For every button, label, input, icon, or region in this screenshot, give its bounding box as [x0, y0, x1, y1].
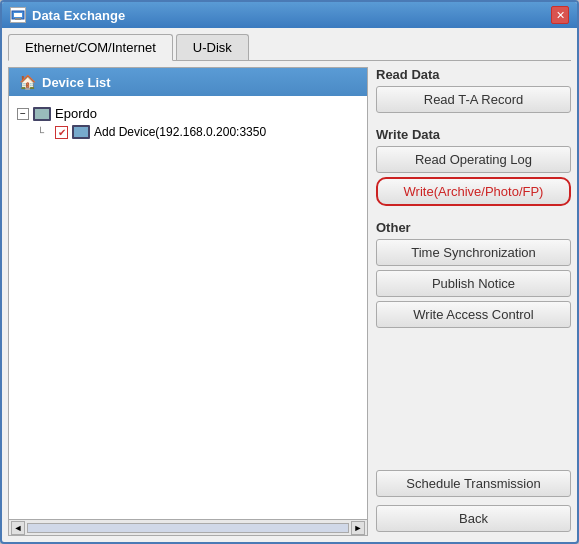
read-ta-record-button[interactable]: Read T-A Record	[376, 86, 571, 113]
child-label: Add Device(192.168.0.200:3350	[94, 125, 266, 139]
tree-connector-icon: └	[37, 125, 51, 139]
device-list-header: 🏠 Device List	[9, 68, 367, 96]
read-operating-log-button[interactable]: Read Operating Log	[376, 146, 571, 173]
monitor-icon	[33, 107, 51, 121]
tree-child-item: └ ✔ Add Device(192.168.0.200:3350	[37, 123, 359, 141]
right-panel: Read Data Read T-A Record Write Data Rea…	[376, 67, 571, 536]
write-data-section: Write Data Read Operating Log Write(Arch…	[376, 127, 571, 210]
read-data-section: Read Data Read T-A Record	[376, 67, 571, 117]
root-label: Epordo	[55, 106, 97, 121]
content-area: Ethernet/COM/Internet U-Disk 🏠 Device Li…	[2, 28, 577, 542]
svg-rect-1	[14, 13, 22, 17]
house-icon: 🏠	[19, 74, 36, 90]
tab-udisk[interactable]: U-Disk	[176, 34, 249, 60]
tab-ethernet[interactable]: Ethernet/COM/Internet	[8, 34, 173, 61]
write-access-control-button[interactable]: Write Access Control	[376, 301, 571, 328]
schedule-transmission-button[interactable]: Schedule Transmission	[376, 470, 571, 497]
device-list-label: Device List	[42, 75, 111, 90]
svg-rect-2	[15, 18, 21, 20]
close-button[interactable]: ✕	[551, 6, 569, 24]
other-section: Other Time Synchronization Publish Notic…	[376, 220, 571, 332]
title-bar: Data Exchange ✕	[2, 2, 577, 28]
tree-root-item: − Epordo	[17, 104, 359, 123]
scroll-left-arrow[interactable]: ◄	[11, 521, 25, 535]
main-area: 🏠 Device List − Epordo └ ✔ A	[8, 67, 571, 536]
publish-notice-button[interactable]: Publish Notice	[376, 270, 571, 297]
tree-area: − Epordo └ ✔ Add Device(192.168.0.200:33…	[9, 96, 367, 519]
scroll-track[interactable]	[27, 523, 349, 533]
app-icon	[10, 7, 26, 23]
horizontal-scrollbar: ◄ ►	[9, 519, 367, 535]
back-button[interactable]: Back	[376, 505, 571, 532]
write-data-label: Write Data	[376, 127, 571, 142]
title-bar-left: Data Exchange	[10, 7, 125, 23]
bottom-buttons: Schedule Transmission Back	[376, 470, 571, 536]
tabs-row: Ethernet/COM/Internet U-Disk	[8, 34, 571, 61]
expand-button[interactable]: −	[17, 108, 29, 120]
device-monitor-icon	[72, 125, 90, 139]
write-archive-button[interactable]: Write(Archive/Photo/FP)	[376, 177, 571, 206]
time-sync-button[interactable]: Time Synchronization	[376, 239, 571, 266]
left-panel: 🏠 Device List − Epordo └ ✔ A	[8, 67, 368, 536]
other-label: Other	[376, 220, 571, 235]
device-checkbox[interactable]: ✔	[55, 126, 68, 139]
read-data-label: Read Data	[376, 67, 571, 82]
main-window: Data Exchange ✕ Ethernet/COM/Internet U-…	[0, 0, 579, 544]
window-title: Data Exchange	[32, 8, 125, 23]
scroll-right-arrow[interactable]: ►	[351, 521, 365, 535]
